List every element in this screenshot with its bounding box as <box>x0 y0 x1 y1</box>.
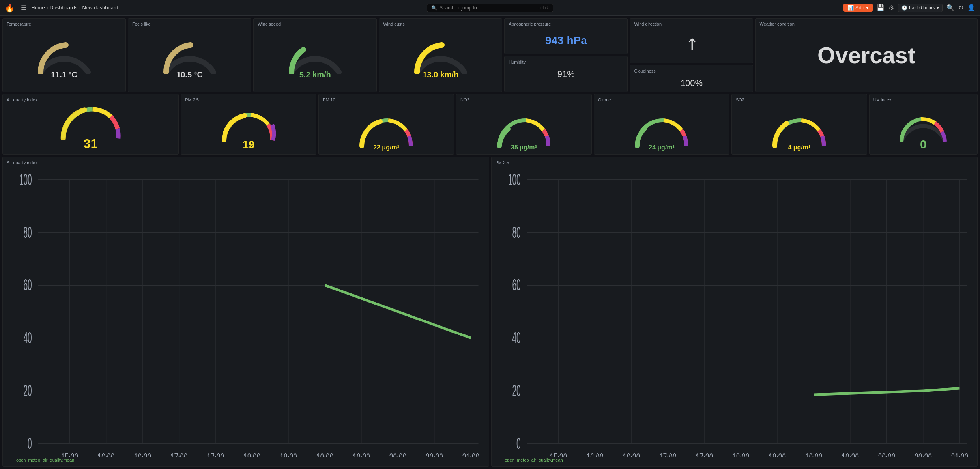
svg-text:17:00: 17:00 <box>170 450 188 457</box>
aqi-chart-svg: 100 80 60 40 20 0 <box>7 166 485 457</box>
aqi-chart-title: Air quality index <box>7 160 485 165</box>
aqi-value: 31 <box>84 136 98 151</box>
atmospheric-pressure-title: Atmospheric pressure <box>509 22 623 26</box>
wind-speed-title: Wind speed <box>258 22 372 26</box>
add-button[interactable]: 📊 Add ▾ <box>843 4 873 12</box>
aqi-gauge: 31 <box>7 104 174 151</box>
pm10-panel: PM 10 22 μg/m³ <box>318 94 454 155</box>
feels-like-panel: Feels like 10.5 °C <box>128 18 251 92</box>
wind-gusts-value: 13.0 km/h <box>423 70 458 79</box>
weather-condition-title: Weather condition <box>759 22 794 26</box>
wind-cloudiness-stack: Wind direction ↗ Cloudiness 100% <box>630 18 753 92</box>
temperature-value: 11.1 °C <box>51 70 77 79</box>
so2-title: SO2 <box>736 97 863 102</box>
wind-direction-title: Wind direction <box>634 22 749 26</box>
hamburger-menu[interactable]: ☰ <box>21 4 26 11</box>
time-range-picker[interactable]: 🕐 Last 6 hours ▾ <box>898 4 943 12</box>
save-icon[interactable]: 💾 <box>877 4 885 11</box>
uv-index-gauge: 0 <box>873 104 973 151</box>
svg-text:20:30: 20:30 <box>426 450 443 457</box>
row1: Temperature 11.1 °C Feels like 10.5 °C <box>2 18 978 92</box>
clock-icon: 🕐 <box>901 5 907 11</box>
breadcrumb-home[interactable]: Home <box>31 5 45 11</box>
svg-text:15:30: 15:30 <box>61 450 78 457</box>
weather-condition-value: Overcast <box>817 44 915 67</box>
arrow-icon: ↗ <box>681 34 702 54</box>
pm25-chart-title: PM 2.5 <box>496 160 974 165</box>
svg-text:18:30: 18:30 <box>280 450 297 457</box>
so2-panel: SO2 4 μg/m³ <box>731 94 867 155</box>
temperature-title: Temperature <box>7 22 122 26</box>
add-label: Add <box>855 5 864 11</box>
pm25-chart-svg: 100 80 60 40 20 0 <box>496 166 974 457</box>
svg-text:18:30: 18:30 <box>769 450 786 457</box>
pm25-panel: PM 2.5 19 <box>181 94 316 155</box>
wind-gusts-title: Wind gusts <box>383 22 498 26</box>
add-icon: 📊 <box>847 5 854 11</box>
uv-index-value: 0 <box>920 138 927 151</box>
feels-like-title: Feels like <box>132 22 247 26</box>
svg-text:60: 60 <box>23 277 32 294</box>
grafana-logo: 🔥 <box>5 3 15 13</box>
aqi-chart-legend: open_meteo_air_quality.mean <box>7 457 485 463</box>
no2-gauge: 35 μg/m³ <box>460 104 587 151</box>
pressure-humidity-stack: Atmospheric pressure 943 hPa Humidity 91… <box>504 18 628 92</box>
ozone-value: 24 μg/m³ <box>649 144 675 151</box>
uv-index-panel: UV Index 0 <box>869 94 978 155</box>
svg-text:21:00: 21:00 <box>951 450 968 457</box>
cloudiness-panel: Cloudiness 100% <box>630 65 753 92</box>
svg-text:18:00: 18:00 <box>243 450 261 457</box>
svg-text:19:30: 19:30 <box>842 450 859 457</box>
svg-text:15:30: 15:30 <box>550 450 567 457</box>
breadcrumb: Home › Dashboards › New dashboard <box>31 5 118 11</box>
humidity-title: Humidity <box>509 60 623 64</box>
atmospheric-pressure-value: 943 hPa <box>509 34 623 47</box>
user-icon[interactable]: 👤 <box>967 4 975 11</box>
so2-gauge: 4 μg/m³ <box>736 104 863 151</box>
svg-text:19:00: 19:00 <box>805 450 822 457</box>
zoom-out-icon[interactable]: 🔍 <box>946 4 954 11</box>
wind-gusts-panel: Wind gusts 13.0 km/h <box>379 18 502 92</box>
search-bar[interactable]: 🔍 Search or jump to... ctrl+k <box>427 4 553 12</box>
refresh-icon[interactable]: ↻ <box>958 4 963 11</box>
wind-direction-panel: Wind direction ↗ <box>630 18 753 63</box>
svg-text:20: 20 <box>512 382 520 400</box>
pm25-chart-legend: open_meteo_air_quality.mean <box>496 457 974 463</box>
svg-text:20: 20 <box>23 382 32 400</box>
pm25-value: 19 <box>243 138 255 151</box>
uv-index-title: UV Index <box>873 97 973 102</box>
no2-title: NO2 <box>460 97 587 102</box>
atmospheric-pressure-panel: Atmospheric pressure 943 hPa <box>504 18 628 54</box>
svg-text:16:30: 16:30 <box>623 450 640 457</box>
pm10-value: 22 μg/m³ <box>373 144 399 151</box>
aqi-chart-panel: Air quality index 100 80 60 40 20 0 <box>2 157 489 467</box>
svg-text:19:30: 19:30 <box>353 450 370 457</box>
svg-text:80: 80 <box>23 224 32 241</box>
aqi-chart-area: 100 80 60 40 20 0 <box>7 166 485 457</box>
wind-direction-arrow: ↗ <box>634 28 749 60</box>
temperature-panel: Temperature 11.1 °C <box>2 18 126 92</box>
pm25-gauge: 19 <box>185 104 312 151</box>
ozone-panel: Ozone 24 μg/m³ <box>594 94 729 155</box>
feels-like-gauge: 10.5 °C <box>132 28 247 79</box>
humidity-value: 91% <box>509 69 623 79</box>
svg-text:40: 40 <box>512 329 520 347</box>
svg-text:80: 80 <box>512 224 520 241</box>
svg-text:20:00: 20:00 <box>389 450 407 457</box>
svg-text:17:30: 17:30 <box>207 450 224 457</box>
svg-text:60: 60 <box>512 277 520 294</box>
feels-like-value: 10.5 °C <box>176 70 203 79</box>
search-placeholder: Search or jump to... <box>440 5 481 11</box>
wind-speed-gauge: 5.2 km/h <box>258 28 372 79</box>
pm25-chart-area: 100 80 60 40 20 0 <box>496 166 974 457</box>
cloudiness-value: 100% <box>634 78 749 88</box>
nav-left: 🔥 ☰ Home › Dashboards › New dashboard <box>5 3 424 13</box>
settings-icon[interactable]: ⚙ <box>888 4 894 11</box>
svg-text:18:00: 18:00 <box>732 450 749 457</box>
dashboard: Temperature 11.1 °C Feels like 10.5 °C <box>0 16 980 469</box>
svg-text:16:30: 16:30 <box>134 450 151 457</box>
svg-text:16:00: 16:00 <box>97 450 115 457</box>
wind-speed-value: 5.2 km/h <box>299 70 331 79</box>
breadcrumb-dashboards[interactable]: Dashboards <box>50 5 77 11</box>
svg-text:100: 100 <box>508 171 520 189</box>
